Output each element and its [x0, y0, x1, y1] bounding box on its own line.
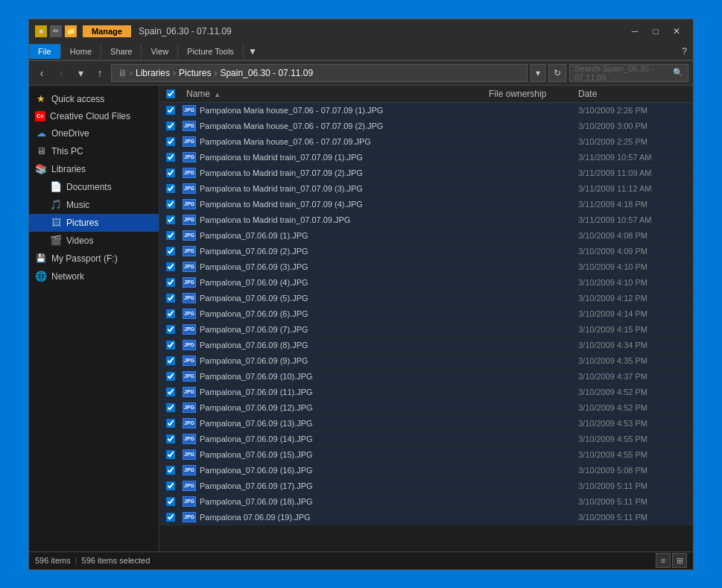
table-row[interactable]: JPG Pampalona to Madrid train_07.07.09 (…	[159, 181, 693, 197]
table-row[interactable]: JPG Pampalona to Madrid train_07.07.09 (…	[159, 150, 693, 165]
sidebar-item-onedrive[interactable]: ☁ OneDrive	[29, 124, 159, 142]
row-checkbox-cell[interactable]	[159, 341, 182, 350]
tab-home[interactable]: Home	[61, 44, 101, 59]
row-checkbox[interactable]	[166, 168, 175, 177]
table-row[interactable]: JPG Pampalona to Madrid train_07.07.09 (…	[159, 165, 693, 181]
row-checkbox[interactable]	[166, 278, 175, 287]
forward-button[interactable]: ›	[53, 65, 69, 81]
row-checkbox[interactable]	[166, 106, 175, 115]
sidebar-item-creative-cloud[interactable]: Cc Creative Cloud Files	[29, 108, 159, 124]
list-view-button[interactable]: ≡	[656, 553, 671, 568]
table-row[interactable]: JPG Pampalona_07.06.09 (8).JPG 3/10/2009…	[159, 338, 693, 353]
row-checkbox[interactable]	[166, 403, 175, 412]
table-row[interactable]: JPG Pampalona_07.06.09 (13).JPG 3/10/200…	[159, 416, 693, 431]
search-icon[interactable]: 🔍	[673, 68, 683, 78]
row-checkbox[interactable]	[166, 341, 175, 350]
breadcrumb-libraries[interactable]: Libraries	[136, 68, 170, 78]
tab-view[interactable]: View	[142, 44, 178, 59]
table-row[interactable]: JPG Pampalona_07.06.09 (7).JPG 3/10/2009…	[159, 322, 693, 338]
table-row[interactable]: JPG Pampalona 07.06.09 (19).JPG 3/10/200…	[159, 510, 693, 525]
header-checkbox-cell[interactable]	[159, 89, 182, 98]
tab-file[interactable]: File	[29, 44, 61, 59]
row-checkbox-cell[interactable]	[159, 106, 182, 115]
row-checkbox-cell[interactable]	[159, 450, 182, 459]
table-row[interactable]: JPG Pampalona_07.06.09 (12).JPG 3/10/200…	[159, 400, 693, 416]
maximize-button[interactable]: □	[645, 24, 666, 39]
row-checkbox[interactable]	[166, 419, 175, 428]
manage-tab[interactable]: Manage	[83, 25, 131, 37]
row-checkbox-cell[interactable]	[159, 168, 182, 177]
table-row[interactable]: JPG Pampalona_07.06.09 (2).JPG 3/10/2009…	[159, 244, 693, 259]
sidebar-item-libraries[interactable]: 📚 Libraries	[29, 160, 159, 178]
row-checkbox-cell[interactable]	[159, 434, 182, 443]
table-row[interactable]: JPG Pampalona_07.06.09 (4).JPG 3/10/2009…	[159, 275, 693, 291]
row-checkbox-cell[interactable]	[159, 325, 182, 334]
header-ownership[interactable]: File ownership	[484, 89, 574, 99]
table-row[interactable]: JPG Pampalona_07.06.09 (1).JPG 3/10/2009…	[159, 228, 693, 244]
row-checkbox-cell[interactable]	[159, 481, 182, 490]
row-checkbox[interactable]	[166, 200, 175, 209]
table-row[interactable]: JPG Pampalona_07.06.09 (18).JPG 3/10/200…	[159, 494, 693, 510]
row-checkbox[interactable]	[166, 184, 175, 193]
close-button[interactable]: ✕	[666, 24, 687, 39]
row-checkbox[interactable]	[166, 309, 175, 318]
row-checkbox-cell[interactable]	[159, 200, 182, 209]
sidebar-item-this-pc[interactable]: 🖥 This PC	[29, 142, 159, 160]
sidebar-item-quick-access[interactable]: ★ Quick access	[29, 90, 159, 108]
sidebar-item-pictures[interactable]: 🖼 Pictures	[29, 214, 159, 232]
row-checkbox-cell[interactable]	[159, 153, 182, 162]
ribbon-chevron-icon[interactable]: ▼	[244, 43, 262, 60]
row-checkbox[interactable]	[166, 450, 175, 459]
header-name[interactable]: Name ▲	[182, 89, 484, 99]
row-checkbox[interactable]	[166, 356, 175, 365]
table-row[interactable]: JPG Pampalona_07.06.09 (15).JPG 3/10/200…	[159, 447, 693, 463]
table-row[interactable]: JPG Pampalona_07.06.09 (16).JPG 3/10/200…	[159, 463, 693, 478]
address-path[interactable]: 🖥 › Libraries › Pictures › Spain_06.30 -…	[111, 64, 528, 82]
up-button[interactable]: ↑	[92, 65, 108, 81]
back-button[interactable]: ‹	[34, 65, 50, 81]
grid-view-button[interactable]: ⊞	[672, 553, 687, 568]
sidebar-item-documents[interactable]: 📄 Documents	[29, 178, 159, 196]
row-checkbox-cell[interactable]	[159, 215, 182, 224]
recent-locations-button[interactable]: ▾	[72, 65, 89, 81]
table-row[interactable]: JPG Pampalona Maria house_07.06 - 07.07.…	[159, 103, 693, 118]
row-checkbox[interactable]	[166, 247, 175, 256]
row-checkbox-cell[interactable]	[159, 184, 182, 193]
minimize-button[interactable]: ─	[624, 24, 645, 39]
select-all-checkbox[interactable]	[166, 89, 175, 98]
breadcrumb-current[interactable]: Spain_06.30 - 07.11.09	[220, 68, 313, 78]
row-checkbox-cell[interactable]	[159, 372, 182, 381]
tab-picture-tools[interactable]: Picture Tools	[178, 44, 244, 59]
search-box[interactable]: Search Spain_06.30 - 07.11.09 🔍	[569, 64, 688, 82]
row-checkbox[interactable]	[166, 153, 175, 162]
table-row[interactable]: JPG Pampalona_07.06.09 (3).JPG 3/10/2009…	[159, 259, 693, 275]
row-checkbox-cell[interactable]	[159, 137, 182, 146]
table-row[interactable]: JPG Pampalona_07.06.09 (11).JPG 3/10/200…	[159, 385, 693, 400]
table-row[interactable]: JPG Pampalona_07.06.09 (10).JPG 3/10/200…	[159, 369, 693, 385]
row-checkbox-cell[interactable]	[159, 294, 182, 303]
row-checkbox[interactable]	[166, 481, 175, 490]
row-checkbox[interactable]	[166, 513, 175, 522]
row-checkbox-cell[interactable]	[159, 262, 182, 271]
sidebar-item-videos[interactable]: 🎬 Videos	[29, 232, 159, 250]
sidebar-item-music[interactable]: 🎵 Music	[29, 196, 159, 214]
row-checkbox[interactable]	[166, 497, 175, 506]
row-checkbox-cell[interactable]	[159, 403, 182, 412]
sidebar-item-my-passport[interactable]: 💾 My Passport (F:)	[29, 250, 159, 268]
row-checkbox-cell[interactable]	[159, 278, 182, 287]
sidebar-item-network[interactable]: 🌐 Network	[29, 268, 159, 285]
row-checkbox-cell[interactable]	[159, 231, 182, 240]
row-checkbox[interactable]	[166, 121, 175, 130]
row-checkbox-cell[interactable]	[159, 466, 182, 475]
row-checkbox[interactable]	[166, 388, 175, 396]
row-checkbox[interactable]	[166, 466, 175, 475]
row-checkbox-cell[interactable]	[159, 356, 182, 365]
address-dropdown-button[interactable]: ▾	[531, 64, 545, 82]
header-date[interactable]: Date	[574, 89, 693, 99]
row-checkbox-cell[interactable]	[159, 419, 182, 428]
table-row[interactable]: JPG Pampalona Maria house_07.06 - 07.07.…	[159, 134, 693, 150]
row-checkbox[interactable]	[166, 215, 175, 224]
table-row[interactable]: JPG Pampalona_07.06.09 (5).JPG 3/10/2009…	[159, 291, 693, 306]
row-checkbox[interactable]	[166, 231, 175, 240]
row-checkbox-cell[interactable]	[159, 497, 182, 506]
